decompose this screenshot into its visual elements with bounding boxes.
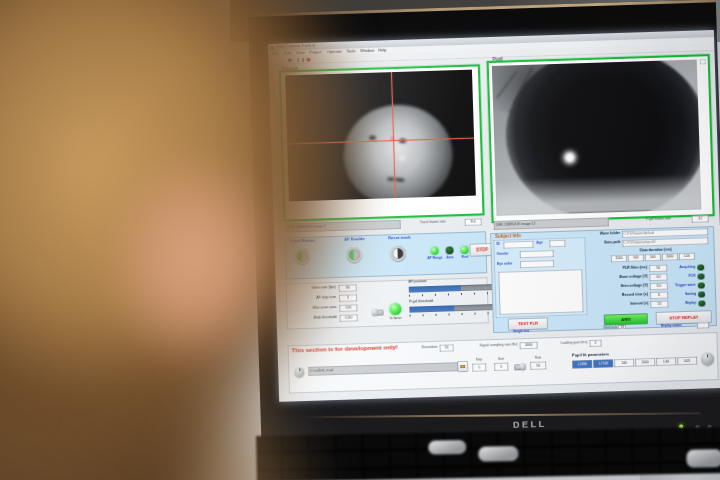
- eye-color-label: Eye color: [497, 262, 512, 266]
- resolution-field[interactable]: 16: [440, 344, 454, 351]
- area-led: [445, 246, 453, 254]
- record-time-field[interactable]: 6: [650, 292, 668, 300]
- saving-led-label: Saving: [670, 292, 696, 297]
- total-trials: Total trials 13: [603, 325, 626, 329]
- step-field[interactable]: 1: [472, 363, 486, 371]
- window-title: Pupil Camera Track.vi: [276, 44, 315, 50]
- menu-item-edit[interactable]: Edit: [284, 51, 291, 56]
- loading-gain-label: Loading gain (ms): [543, 341, 587, 346]
- plr-stim-field[interactable]: 50: [649, 265, 667, 273]
- blob-threshold-field[interactable]: 0.40: [340, 314, 358, 322]
- toggle-lever: [371, 309, 378, 316]
- lower-eyelid: [495, 173, 701, 215]
- data-path-field[interactable]: C:\PLR\data\subject01: [622, 237, 708, 247]
- fit-value-0[interactable]: 1.2286: [572, 360, 592, 369]
- reset-track-label: Reset track: [388, 236, 411, 241]
- video-rate-field[interactable]: 30: [339, 284, 357, 292]
- find-led: [460, 246, 468, 254]
- duration-field-0[interactable]: 1500: [611, 255, 627, 262]
- video-rate-label: Video rate (fps): [286, 286, 336, 292]
- rate-field[interactable]: 50: [530, 361, 546, 369]
- test-plr-button[interactable]: TEST PLR: [509, 318, 547, 329]
- replay-status-field: [697, 322, 709, 328]
- pupil-video-panel: [489, 56, 713, 221]
- media-key: [478, 446, 518, 462]
- display-tool-box[interactable]: [699, 59, 705, 64]
- abort-icon[interactable]: [306, 57, 311, 62]
- base-voltage-label: Base voltage (V): [585, 275, 647, 281]
- replay-led-label: Replay: [670, 301, 696, 306]
- menu-item-view[interactable]: View: [296, 51, 305, 56]
- menu-item-project[interactable]: Project: [309, 50, 322, 55]
- blob-threshold-label: Blob threshold: [287, 316, 337, 322]
- saving-led: [698, 291, 705, 298]
- duration-field-3[interactable]: 2000: [662, 253, 678, 260]
- fit-value-4[interactable]: 1.40: [656, 357, 676, 366]
- duration-field-1[interactable]: 500: [628, 254, 644, 261]
- fit-value-1[interactable]: 1.7748: [593, 359, 613, 368]
- cal-path-field[interactable]: C:\cal\led_ir.cal: [308, 362, 458, 376]
- run-icon[interactable]: [288, 58, 292, 62]
- age-label: Age: [536, 241, 543, 245]
- area-led-label: Area: [442, 256, 458, 260]
- base-voltage-field[interactable]: 0.0: [649, 274, 667, 282]
- fit-value-5[interactable]: 0.05: [677, 357, 697, 366]
- menu-item-tools[interactable]: Tools: [346, 49, 355, 54]
- track-frame-rate-label: Track frame rate: [420, 221, 446, 226]
- development-panel: This section is for development only! Re…: [287, 332, 718, 393]
- preview-video-image: [285, 70, 476, 202]
- pupil-frame-rate-label: Pupil frame rate: [646, 217, 671, 222]
- sampling-rate-field[interactable]: 1000: [519, 341, 537, 349]
- dev-toggle[interactable]: [514, 364, 525, 370]
- notes-field[interactable]: [498, 269, 583, 315]
- menu-item-file[interactable]: File: [272, 51, 279, 56]
- scan-area-field[interactable]: 120: [339, 304, 357, 312]
- total-trials-label: Total trials: [603, 325, 617, 329]
- eye-color-field[interactable]: [520, 260, 554, 268]
- id-field[interactable]: [503, 241, 533, 249]
- keyboard: [256, 427, 720, 480]
- track-motion-button[interactable]: [294, 249, 309, 264]
- fit-value-3[interactable]: 2000: [635, 358, 655, 367]
- arm-button[interactable]: ARM: [605, 314, 647, 324]
- media-key: [428, 440, 466, 455]
- af-step-field[interactable]: 5: [339, 294, 357, 302]
- fit-value-2[interactable]: 140: [614, 359, 634, 368]
- record-time-label: Record time (s): [586, 293, 648, 299]
- menu-item-operate[interactable]: Operate: [327, 49, 342, 54]
- preview-image-info: DMK 31BF03 IR image 2: [286, 220, 401, 233]
- wave-folder-field[interactable]: C:\PLR\waves\default: [622, 228, 708, 238]
- cal-knob[interactable]: [294, 367, 304, 377]
- gain-label: Gain: [494, 358, 508, 362]
- browse-folder-button[interactable]: [458, 362, 467, 371]
- track-motion-label: Track Motion: [289, 239, 315, 244]
- pupil-frame-rate-value[interactable]: 12: [692, 215, 709, 223]
- af-mode-toggle[interactable]: [372, 310, 383, 316]
- menu-item-help[interactable]: Help: [378, 48, 386, 53]
- pause-icon[interactable]: [297, 57, 303, 62]
- duration-field-4[interactable]: 1.00: [679, 253, 695, 260]
- interval-field[interactable]: 15: [650, 301, 668, 309]
- id-label: ID: [496, 243, 500, 247]
- age-field[interactable]: [549, 240, 565, 247]
- loading-gain-field[interactable]: 2: [589, 339, 601, 346]
- reset-track-button[interactable]: [390, 246, 405, 261]
- af-range-led: [430, 247, 438, 255]
- gender-field[interactable]: [520, 250, 554, 258]
- wave-folder-label: Wave folder: [584, 232, 620, 237]
- af-enable-button[interactable]: [346, 247, 361, 262]
- pupil-threshold-label: Pupil threshold: [409, 300, 433, 305]
- track-frame-rate-value[interactable]: 8.0: [465, 218, 482, 226]
- gain-field[interactable]: 5: [494, 363, 508, 371]
- trigger-wave-led-label: Trigger wave: [664, 283, 696, 288]
- af-position-label: AF position: [409, 280, 427, 285]
- af-step-label: AF step size: [286, 296, 336, 302]
- subject-info-header: Subject Info: [495, 233, 521, 239]
- menu-item-window[interactable]: Window: [360, 48, 374, 53]
- scan-area-label: Max scan area: [286, 306, 336, 312]
- dev-knob[interactable]: [701, 352, 714, 365]
- in-focus-led: [389, 303, 401, 315]
- interval-label: Interval (s): [586, 302, 648, 308]
- af-position-ticks: [409, 292, 493, 297]
- duration-field-2[interactable]: 500: [645, 254, 661, 261]
